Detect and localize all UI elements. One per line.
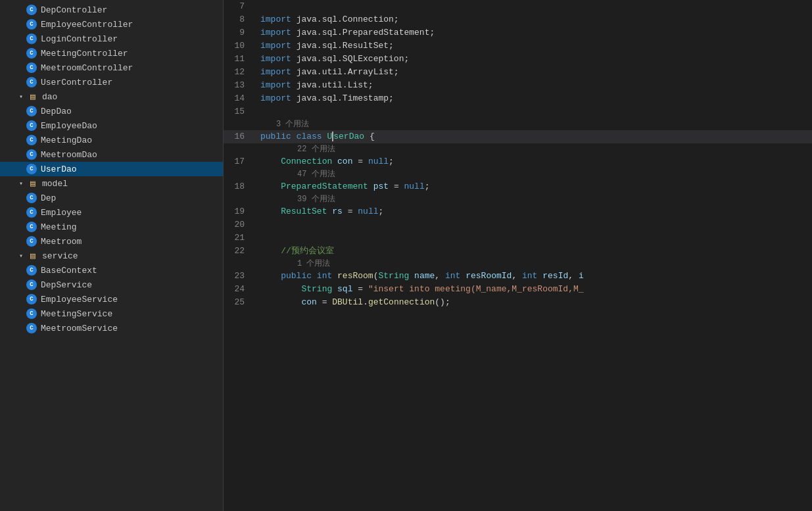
hint-47-usages: 47 个用法 xyxy=(224,168,812,180)
item-label: EmployeeService xyxy=(41,295,118,304)
class-icon: C xyxy=(26,77,37,87)
sidebar-item-dep[interactable]: C Dep xyxy=(0,191,223,205)
folder-icon: ▤ xyxy=(28,178,38,189)
sidebar-folder-service[interactable]: ▾ ▤ service xyxy=(0,249,223,263)
sidebar-item-employeedao[interactable]: C EmployeeDao xyxy=(0,118,223,133)
sidebar-folder-dao[interactable]: ▾ ▤ dao xyxy=(0,89,223,104)
item-label: MeetingDao xyxy=(41,135,92,145)
hint-1-usage: 1 个用法 xyxy=(224,258,812,270)
hint-22-usages: 22 个用法 xyxy=(224,143,812,155)
sidebar-item-userdao[interactable]: C UserDao xyxy=(0,162,223,176)
item-label: UserController xyxy=(41,78,112,87)
hint-39-usages: 39 个用法 xyxy=(224,193,812,205)
sidebar-item-meetroomcontroller[interactable]: C MeetroomController xyxy=(0,61,223,75)
code-line-22: 22 //预约会议室 xyxy=(224,245,812,258)
sidebar-item-usercontroller[interactable]: C UserController xyxy=(0,75,223,89)
code-line-21: 21 xyxy=(224,231,812,245)
sidebar-folder-model[interactable]: ▾ ▤ model xyxy=(0,176,223,191)
item-label: BaseContext xyxy=(41,266,97,276)
sidebar-item-meetingcontroller[interactable]: C MeetingController xyxy=(0,46,223,61)
code-line-8: 8 import java.sql.Connection; xyxy=(224,13,812,26)
sidebar-item-meetroom[interactable]: C Meetroom xyxy=(0,234,223,249)
class-icon: C xyxy=(26,34,37,44)
folder-label: model xyxy=(42,179,68,189)
class-icon: C xyxy=(26,323,37,333)
code-line-9: 9 import java.sql.PreparedStatement; xyxy=(224,26,812,39)
item-label: Meetroom xyxy=(41,237,82,247)
sidebar-item-meetingdao[interactable]: C MeetingDao xyxy=(0,133,223,147)
class-icon: C xyxy=(26,135,37,145)
class-icon: C xyxy=(26,308,37,319)
arrow-down-icon: ▾ xyxy=(16,178,26,189)
item-label: UserDao xyxy=(41,164,77,174)
sidebar-item-basecontext[interactable]: C BaseContext xyxy=(0,263,223,278)
class-icon: C xyxy=(26,106,37,116)
item-label: Meeting xyxy=(41,222,77,232)
item-label: DepService xyxy=(41,280,92,290)
sidebar-item-employeecontroller[interactable]: C EmployeeController xyxy=(0,17,223,32)
class-icon: C xyxy=(26,164,37,174)
sidebar-item-meetroomdao[interactable]: C MeetroomDao xyxy=(0,147,223,162)
code-line-13: 13 import java.util.List; xyxy=(224,79,812,92)
item-label: EmployeeController xyxy=(41,20,133,30)
item-label: MeetroomService xyxy=(41,324,118,333)
code-editor[interactable]: 7 8 import java.sql.Connection; 9 import… xyxy=(224,0,812,511)
folder-label: service xyxy=(42,251,78,261)
class-icon: C xyxy=(26,207,37,218)
code-line-14: 14 import java.sql.Timestamp; xyxy=(224,92,812,105)
class-icon: C xyxy=(26,280,37,290)
item-label: DepDao xyxy=(41,107,72,116)
item-label: Employee xyxy=(41,208,82,218)
item-label: MeetroomController xyxy=(41,63,133,73)
item-label: MeetroomDao xyxy=(41,150,97,160)
sidebar-item-employee[interactable]: C Employee xyxy=(0,205,223,220)
code-line-7: 7 xyxy=(224,0,812,13)
code-line-18: 18 PreparedStatement pst = null; xyxy=(224,180,812,193)
code-line-11: 11 import java.sql.SQLException; xyxy=(224,53,812,66)
sidebar-item-employeeservice[interactable]: C EmployeeService xyxy=(0,292,223,306)
sidebar-item-depdao[interactable]: C DepDao xyxy=(0,104,223,118)
code-line-19: 19 ResultSet rs = null; xyxy=(224,205,812,218)
code-line-10: 10 import java.sql.ResultSet; xyxy=(224,39,812,53)
sidebar-item-logincontroller[interactable]: C LoginController xyxy=(0,32,223,46)
sidebar-item-meetingservice[interactable]: C MeetingService xyxy=(0,306,223,321)
code-content: 7 8 import java.sql.Connection; 9 import… xyxy=(224,0,812,511)
code-line-20: 20 xyxy=(224,218,812,231)
folder-label: dao xyxy=(42,92,57,102)
arrow-down-icon: ▾ xyxy=(16,251,26,261)
class-icon: C xyxy=(26,62,37,73)
file-tree[interactable]: C DepController C EmployeeController C L… xyxy=(0,0,224,511)
sidebar-item-depcontroller[interactable]: C DepController xyxy=(0,3,223,17)
class-icon: C xyxy=(26,5,37,15)
code-line-16: 16 public class UserDao { xyxy=(224,130,812,143)
code-line-15: 15 xyxy=(224,105,812,118)
code-line-23: 23 public int resRoom(String name, int r… xyxy=(224,270,812,283)
item-label: LoginController xyxy=(41,34,118,44)
arrow-down-icon: ▾ xyxy=(16,91,26,102)
sidebar-item-meeting[interactable]: C Meeting xyxy=(0,220,223,234)
folder-icon: ▤ xyxy=(28,91,38,102)
item-label: Dep xyxy=(41,193,56,203)
item-label: EmployeeDao xyxy=(41,121,97,131)
class-icon: C xyxy=(26,48,37,59)
folder-icon: ▤ xyxy=(28,251,38,261)
class-icon: C xyxy=(26,19,37,30)
code-line-17: 17 Connection con = null; xyxy=(224,155,812,168)
item-label: DepController xyxy=(41,5,107,15)
class-icon: C xyxy=(26,193,37,203)
class-icon: C xyxy=(26,236,37,247)
class-icon: C xyxy=(26,149,37,160)
item-label: MeetingService xyxy=(41,309,112,319)
class-icon: C xyxy=(26,222,37,232)
code-line-12: 12 import java.util.ArrayList; xyxy=(224,66,812,79)
code-line-25: 25 con = DBUtil.getConnection(); xyxy=(224,296,812,309)
code-line-24: 24 String sql = "insert into meeting(M_n… xyxy=(224,283,812,296)
class-icon: C xyxy=(26,294,37,304)
sidebar-item-meetroomservice[interactable]: C MeetroomService xyxy=(0,321,223,335)
class-icon: C xyxy=(26,120,37,131)
item-label: MeetingController xyxy=(41,49,128,59)
class-icon: C xyxy=(26,265,37,276)
hint-3-usages: 3 个用法 xyxy=(224,118,812,130)
sidebar-item-depservice[interactable]: C DepService xyxy=(0,278,223,292)
